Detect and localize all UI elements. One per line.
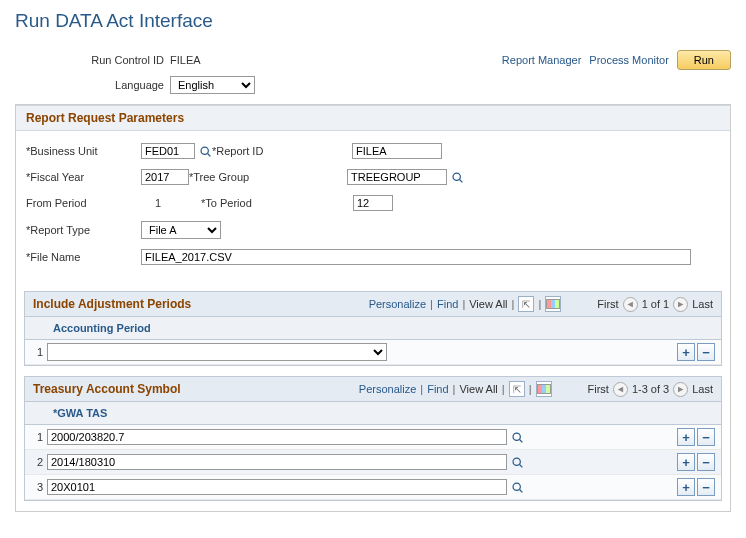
view-all-link[interactable]: View All (459, 383, 497, 395)
language-select[interactable]: English (170, 76, 255, 94)
svg-line-9 (519, 489, 522, 492)
row-number: 2 (31, 456, 47, 468)
tree-group-input[interactable] (347, 169, 447, 185)
prev-arrow-icon[interactable]: ◄ (613, 382, 628, 397)
svg-point-4 (513, 433, 520, 440)
grid-title: Treasury Account Symbol (33, 382, 181, 396)
first-link[interactable]: First (588, 383, 609, 395)
svg-point-6 (513, 458, 520, 465)
personalize-link[interactable]: Personalize (359, 383, 416, 395)
grid-row: 1+− (25, 340, 721, 365)
download-icon[interactable] (545, 296, 561, 312)
business-unit-input[interactable] (141, 143, 195, 159)
lookup-icon[interactable] (450, 170, 464, 184)
report-type-select[interactable]: File A (141, 221, 221, 239)
treasury-account-symbol-grid: Treasury Account Symbol Personalize | Fi… (24, 376, 722, 501)
add-row-button[interactable]: + (677, 478, 695, 496)
from-period-label: From Period (26, 197, 141, 209)
add-row-button[interactable]: + (677, 428, 695, 446)
add-row-button[interactable]: + (677, 343, 695, 361)
run-control-id-value: FILEA (170, 54, 201, 66)
find-link[interactable]: Find (427, 383, 448, 395)
gwa-tas-input[interactable] (47, 454, 507, 470)
lookup-icon[interactable] (510, 480, 524, 494)
report-request-parameters-header: Report Request Parameters (16, 105, 730, 131)
lookup-icon[interactable] (198, 144, 212, 158)
language-label: Language (15, 79, 170, 91)
fiscal-year-label: *Fiscal Year (26, 171, 141, 183)
grid-range: 1-3 of 3 (632, 383, 669, 395)
prev-arrow-icon[interactable]: ◄ (623, 297, 638, 312)
lookup-icon[interactable] (510, 455, 524, 469)
svg-point-2 (453, 173, 460, 180)
report-id-input[interactable] (352, 143, 442, 159)
include-adjustment-periods-grid: Include Adjustment Periods Personalize |… (24, 291, 722, 366)
zoom-icon[interactable]: ⇱ (518, 296, 534, 312)
grid-row: 1+− (25, 425, 721, 450)
find-link[interactable]: Find (437, 298, 458, 310)
to-period-input[interactable] (353, 195, 393, 211)
to-period-label: *To Period (201, 197, 353, 209)
delete-row-button[interactable]: − (697, 428, 715, 446)
gwa-tas-input[interactable] (47, 479, 507, 495)
last-link[interactable]: Last (692, 383, 713, 395)
row-number: 1 (31, 431, 47, 443)
run-button[interactable]: Run (677, 50, 731, 70)
delete-row-button[interactable]: − (697, 478, 715, 496)
accounting-period-column[interactable]: Accounting Period (25, 317, 721, 340)
personalize-link[interactable]: Personalize (369, 298, 426, 310)
svg-line-3 (459, 179, 462, 182)
file-name-label: *File Name (26, 251, 141, 263)
delete-row-button[interactable]: − (697, 453, 715, 471)
report-manager-link[interactable]: Report Manager (502, 54, 582, 66)
fiscal-year-input[interactable] (141, 169, 189, 185)
delete-row-button[interactable]: − (697, 343, 715, 361)
zoom-icon[interactable]: ⇱ (509, 381, 525, 397)
gwa-tas-input[interactable] (47, 429, 507, 445)
next-arrow-icon[interactable]: ► (673, 297, 688, 312)
next-arrow-icon[interactable]: ► (673, 382, 688, 397)
svg-line-1 (207, 153, 210, 156)
svg-point-8 (513, 483, 520, 490)
tree-group-label: *Tree Group (189, 171, 347, 183)
row-number: 1 (31, 346, 47, 358)
download-icon[interactable] (536, 381, 552, 397)
process-monitor-link[interactable]: Process Monitor (589, 54, 668, 66)
first-link[interactable]: First (597, 298, 618, 310)
last-link[interactable]: Last (692, 298, 713, 310)
report-id-label: *Report ID (212, 145, 352, 157)
run-control-id-label: Run Control ID (15, 54, 170, 66)
gwa-tas-column[interactable]: *GWA TAS (25, 402, 721, 425)
page-title: Run DATA Act Interface (15, 10, 731, 32)
svg-line-5 (519, 439, 522, 442)
add-row-button[interactable]: + (677, 453, 695, 471)
from-period-value: 1 (141, 197, 201, 209)
lookup-icon[interactable] (510, 430, 524, 444)
grid-range: 1 of 1 (642, 298, 670, 310)
file-name-input[interactable] (141, 249, 691, 265)
svg-line-7 (519, 464, 522, 467)
report-type-label: *Report Type (26, 224, 141, 236)
grid-row: 2+− (25, 450, 721, 475)
svg-point-0 (201, 147, 208, 154)
view-all-link[interactable]: View All (469, 298, 507, 310)
grid-row: 3+− (25, 475, 721, 500)
business-unit-label: *Business Unit (26, 145, 141, 157)
grid-title: Include Adjustment Periods (33, 297, 191, 311)
accounting-period-select[interactable] (47, 343, 387, 361)
row-number: 3 (31, 481, 47, 493)
